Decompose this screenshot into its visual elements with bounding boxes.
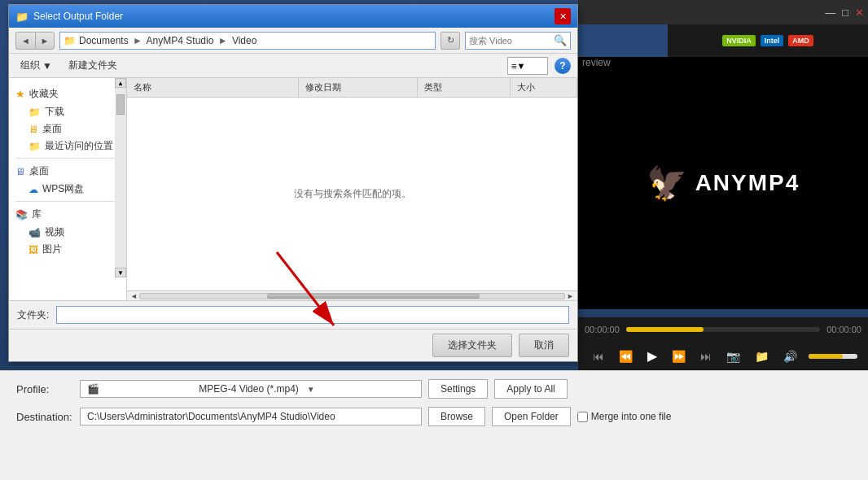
column-header-size[interactable]: 大小: [511, 78, 577, 97]
dialog-sidebar: ▲ ▼ ★ 收藏夹 📁 下载 🖥 桌面 📁 最近访问的位置: [9, 78, 127, 300]
minimize-icon[interactable]: —: [825, 7, 835, 19]
organize-button[interactable]: 组织 ▼: [15, 56, 57, 75]
star-icon: ★: [15, 88, 25, 100]
sidebar-item-desktop-main[interactable]: 🖥 桌面: [9, 162, 126, 181]
cancel-button[interactable]: 取消: [519, 334, 569, 357]
dialog-action-toolbar: 组织 ▼ 新建文件夹 ≡▼ ?: [9, 54, 577, 78]
organize-arrow-icon: ▼: [42, 60, 52, 72]
help-button[interactable]: ?: [555, 58, 571, 74]
dialog-folder-icon: 📁: [15, 11, 28, 23]
sidebar-item-desktop-shortcut[interactable]: 🖥 桌面: [9, 120, 126, 137]
sidebar-item-wps[interactable]: ☁ WPS网盘: [9, 181, 126, 198]
scroll-thumb[interactable]: [267, 294, 480, 299]
volume-slider[interactable]: [809, 354, 857, 359]
sidebar-scrollbar[interactable]: ▲ ▼: [115, 78, 126, 277]
apply-to-all-button[interactable]: Apply to All: [494, 379, 567, 399]
time-end: 00:00:00: [826, 325, 861, 334]
file-list-area: 名称 修改日期 类型 大小 没有与搜索条件匹配的项。 ◄: [127, 78, 577, 300]
profile-format-icon: 🎬: [87, 383, 195, 395]
profile-dropdown[interactable]: 🎬 MPEG-4 Video (*.mp4) ▼: [80, 380, 422, 398]
view-button[interactable]: ≡▼: [507, 57, 548, 75]
col-size-label: 大小: [517, 81, 535, 94]
amd-badge: AMD: [788, 35, 813, 46]
skip-forward-button[interactable]: ⏭: [697, 348, 715, 364]
file-list-empty: 没有与搜索条件匹配的项。: [127, 98, 577, 290]
file-list-header: 名称 修改日期 类型 大小: [127, 78, 577, 98]
dialog-title: Select Output Folder: [33, 11, 555, 22]
col-name-label: 名称: [134, 81, 151, 94]
folder-button[interactable]: 📁: [752, 348, 772, 364]
sidebar-desktop-main-label: 桌面: [29, 164, 49, 178]
dialog-navigation-toolbar: ◄ ► 📁 Documents ► AnyMP4 Studio ► Video …: [9, 28, 577, 54]
skip-back-button[interactable]: ⏮: [590, 348, 607, 364]
close-icon[interactable]: ✕: [855, 7, 864, 19]
profile-row: Profile: 🎬 MPEG-4 Video (*.mp4) ▼ Settin…: [0, 371, 868, 403]
search-box[interactable]: 🔍: [465, 32, 571, 50]
destination-row: Destination: C:\Users\Administrator\Docu…: [0, 403, 868, 430]
folder-input-field[interactable]: [56, 306, 569, 324]
scroll-left-button[interactable]: ◄: [129, 292, 139, 300]
preview-label: review: [582, 57, 611, 68]
video-preview-area: 🦅 ANYMP4: [578, 57, 868, 309]
sidebar-item-library[interactable]: 📚 库: [9, 205, 126, 224]
maximize-icon[interactable]: □: [842, 7, 848, 19]
sidebar-item-video[interactable]: 📹 视频: [9, 224, 126, 241]
forward-button[interactable]: ►: [35, 32, 55, 50]
settings-button[interactable]: Settings: [428, 379, 488, 399]
column-header-date[interactable]: 修改日期: [299, 78, 418, 97]
sidebar-item-favorites[interactable]: ★ 收藏夹: [9, 85, 126, 103]
recent-folder-icon: 📁: [28, 141, 41, 152]
new-folder-button[interactable]: 新建文件夹: [64, 56, 122, 75]
logo-text: ANYMP4: [695, 170, 800, 196]
address-folder-icon: 📁: [64, 35, 76, 46]
fast-forward-button[interactable]: ⏩: [669, 348, 689, 364]
organize-label: 组织: [20, 59, 40, 72]
scroll-right-button[interactable]: ►: [565, 292, 576, 300]
merge-label[interactable]: Merge into one file: [577, 411, 672, 422]
search-icon[interactable]: 🔍: [554, 34, 567, 46]
col-type-label: 类型: [424, 81, 442, 94]
sidebar-desktop-label: 桌面: [42, 122, 62, 136]
dialog-close-button[interactable]: ✕: [555, 8, 571, 24]
desktop-shortcut-icon: 🖥: [28, 124, 38, 135]
sidebar-pictures-label: 图片: [42, 242, 62, 256]
sidebar-divider2: [15, 201, 120, 202]
gpu-badges-area: NVIDIA Intel AMD: [668, 24, 868, 57]
column-header-type[interactable]: 类型: [418, 78, 511, 97]
open-folder-button[interactable]: Open Folder: [492, 407, 571, 426]
refresh-button[interactable]: ↻: [441, 32, 460, 50]
horizontal-scrollbar[interactable]: ◄ ►: [127, 290, 577, 300]
dropdown-arrow-icon: ▼: [307, 385, 414, 394]
app-title-bar: — □ ✕: [578, 0, 868, 24]
breadcrumb-part3: Video: [232, 35, 256, 46]
scroll-down-button[interactable]: ▼: [115, 268, 126, 277]
search-input[interactable]: [469, 36, 554, 46]
sidebar-item-pictures[interactable]: 🖼 图片: [9, 241, 126, 258]
rewind-button[interactable]: ⏪: [616, 348, 636, 364]
select-folder-button[interactable]: 选择文件夹: [432, 334, 512, 357]
sidebar-video-label: 视频: [45, 225, 64, 239]
forward-icon: ►: [41, 36, 50, 46]
sidebar-item-downloads[interactable]: 📁 下载: [9, 103, 126, 120]
address-bar[interactable]: 📁 Documents ► AnyMP4 Studio ► Video: [59, 32, 436, 50]
scroll-up-button[interactable]: ▲: [115, 78, 126, 88]
breadcrumb-sep2: ►: [218, 35, 228, 46]
volume-icon: 🔊: [780, 348, 800, 364]
downloads-folder-icon: 📁: [28, 107, 41, 118]
anymp4-logo: 🦅 ANYMP4: [647, 164, 800, 203]
progress-track[interactable]: [626, 327, 820, 332]
play-button[interactable]: ▶: [644, 347, 660, 365]
profile-value: MPEG-4 Video (*.mp4): [199, 383, 306, 395]
sidebar-wps-label: WPS网盘: [42, 182, 84, 196]
scroll-thumb[interactable]: [116, 94, 125, 115]
scroll-track[interactable]: [139, 293, 565, 299]
sidebar-item-recent[interactable]: 📁 最近访问的位置: [9, 137, 126, 155]
pictures-folder-icon: 🖼: [28, 244, 38, 255]
merge-checkbox[interactable]: [577, 412, 588, 422]
volume-fill: [809, 354, 843, 359]
back-button[interactable]: ◄: [15, 32, 35, 50]
snapshot-button[interactable]: 📷: [723, 348, 743, 364]
column-header-name[interactable]: 名称: [127, 78, 299, 97]
nav-button-group: ◄ ►: [15, 32, 55, 50]
browse-button[interactable]: Browse: [428, 407, 485, 426]
